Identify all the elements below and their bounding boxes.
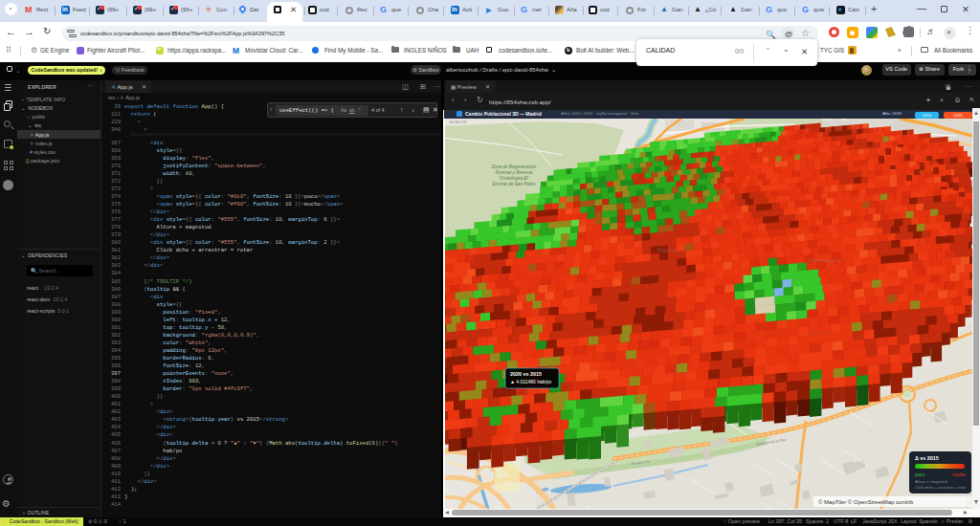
svg-text:poco: poco: [915, 472, 924, 477]
svg-text:Ornitológica El: Ornitológica El: [500, 176, 529, 181]
svg-text:RETIRO: RETIRO: [809, 331, 830, 336]
svg-text:Zona de Regeneración: Zona de Regeneración: [491, 164, 537, 169]
svg-text:Encinar de San Pedro: Encinar de San Pedro: [493, 182, 536, 186]
svg-text:Madrid: Madrid: [657, 247, 678, 253]
svg-text:Altura ∝ magnitud: Altura ∝ magnitud: [915, 479, 947, 484]
svg-text:mucho: mucho: [952, 472, 966, 477]
svg-text:2020 vs 2015: 2020 vs 2015: [510, 371, 542, 377]
svg-text:SALAMANCA: SALAMANCA: [809, 258, 842, 263]
svg-text:© MapTiler © OpenStreetMap con: © MapTiler © OpenStreetMap contrib: [818, 499, 914, 505]
svg-text:ESTACION: ESTACION: [450, 121, 467, 124]
svg-text:▲ 4.011480 hab/px: ▲ 4.011480 hab/px: [510, 379, 552, 384]
svg-text:Δ vs 2015: Δ vs 2015: [915, 455, 939, 461]
svg-text:Forestal y Reserva: Forestal y Reserva: [496, 170, 533, 175]
svg-text:Click dcho + arrastrar = rotar: Click dcho + arrastrar = rotar: [915, 485, 967, 490]
